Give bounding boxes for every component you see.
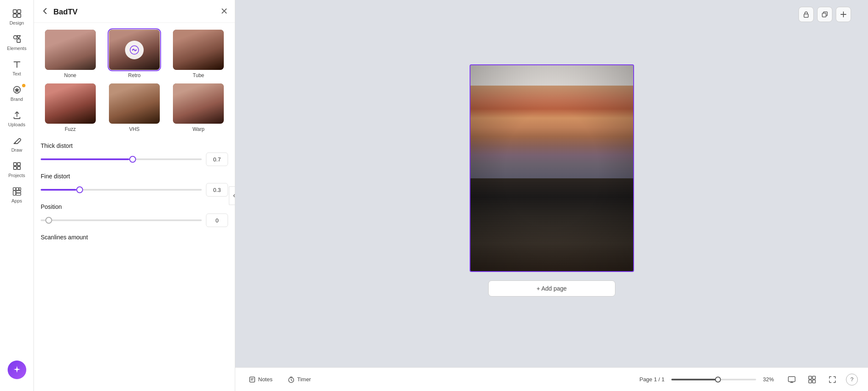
svg-rect-25 <box>809 376 812 379</box>
page-info: Page 1 / 1 <box>640 376 665 383</box>
filter-retro-thumb <box>109 30 160 70</box>
filter-tube[interactable]: Tube <box>169 30 228 78</box>
add-button[interactable] <box>836 7 851 22</box>
svg-rect-21 <box>822 13 826 17</box>
zoom-slider-thumb[interactable] <box>715 377 721 383</box>
fine-distort-track[interactable] <box>41 189 202 191</box>
position-row: 0 <box>41 214 228 227</box>
svg-rect-22 <box>250 377 255 382</box>
filter-none[interactable]: None <box>41 30 100 78</box>
sidebar-item-apps-label: Apps <box>11 198 22 203</box>
duplicate-button[interactable] <box>817 7 832 22</box>
svg-point-19 <box>135 49 136 50</box>
position-thumb[interactable] <box>45 217 52 224</box>
lock-button[interactable] <box>798 7 814 22</box>
canvas-frame[interactable] <box>470 64 634 272</box>
hide-panel-button[interactable] <box>229 186 235 205</box>
fine-distort-group: Fine distort 0.3 <box>41 173 228 197</box>
brand-badge <box>21 83 26 88</box>
sidebar-item-draw[interactable]: Draw <box>3 132 31 156</box>
add-page-area: + Add page <box>488 272 615 303</box>
elements-icon <box>12 34 22 44</box>
sidebar-item-projects-label: Projects <box>8 173 25 178</box>
effects-panel: BadTV None <box>34 0 235 391</box>
text-icon <box>12 59 22 69</box>
close-button[interactable] <box>220 7 228 17</box>
sidebar-item-projects[interactable]: Projects <box>3 158 31 181</box>
filter-fuzz-thumb <box>45 83 96 124</box>
svg-rect-16 <box>16 193 21 195</box>
add-page-button[interactable]: + Add page <box>488 280 615 297</box>
canvas-toolbar <box>798 7 851 22</box>
fullscreen-button[interactable] <box>826 373 839 386</box>
svg-rect-7 <box>14 163 17 166</box>
sidebar-item-brand[interactable]: Brand <box>3 81 31 105</box>
thick-distort-fill <box>41 158 129 160</box>
position-track[interactable] <box>41 219 202 221</box>
thick-distort-thumb[interactable] <box>129 156 136 163</box>
svg-rect-3 <box>17 14 21 17</box>
svg-rect-27 <box>809 380 812 383</box>
panel-header: BadTV <box>34 0 235 23</box>
svg-rect-5 <box>17 39 20 42</box>
zoom-level: 32% <box>763 376 778 383</box>
position-input[interactable]: 0 <box>206 214 228 227</box>
sidebar-item-elements-label: Elements <box>7 46 27 51</box>
svg-rect-0 <box>13 10 17 13</box>
svg-rect-11 <box>13 188 16 190</box>
sidebar-item-brand-label: Brand <box>11 97 23 102</box>
fine-distort-thumb[interactable] <box>76 186 83 193</box>
filter-warp[interactable]: Warp <box>169 83 228 132</box>
sidebar-bottom <box>8 360 26 386</box>
help-button[interactable]: ? <box>846 374 858 385</box>
magic-button[interactable] <box>8 360 26 379</box>
scanlines-label: Scanlines amount <box>41 234 228 241</box>
sliders-section: Thick distort 0.7 Fine distort 0.3 <box>34 139 235 391</box>
filter-vhs[interactable]: VHS <box>105 83 164 132</box>
fine-distort-input[interactable]: 0.3 <box>206 183 228 197</box>
sidebar-item-text-label: Text <box>12 71 21 76</box>
thick-distort-track[interactable] <box>41 158 202 160</box>
fine-distort-label: Fine distort <box>41 173 228 180</box>
bottom-bar: Notes Timer Page 1 / 1 32% <box>235 367 868 391</box>
sidebar-item-draw-label: Draw <box>11 147 22 153</box>
filter-retro[interactable]: Retro <box>105 30 164 78</box>
filter-fuzz[interactable]: Fuzz <box>41 83 100 132</box>
grid-view-button[interactable] <box>805 373 819 386</box>
sidebar-item-apps[interactable]: Apps <box>3 183 31 207</box>
filter-tube-thumb <box>173 30 224 70</box>
projects-icon <box>12 161 22 171</box>
position-fill <box>41 219 45 221</box>
sidebar-item-uploads[interactable]: Uploads <box>3 107 31 130</box>
fine-distort-fill <box>41 189 76 191</box>
svg-point-18 <box>132 49 133 50</box>
svg-rect-9 <box>14 166 17 169</box>
timer-button[interactable]: Timer <box>284 374 314 385</box>
thick-distort-input[interactable]: 0.7 <box>206 153 228 166</box>
position-group: Position 0 <box>41 203 228 227</box>
filter-none-thumb <box>45 30 96 70</box>
sidebar-item-design[interactable]: Design <box>3 5 31 29</box>
notes-button[interactable]: Notes <box>245 374 276 385</box>
scanlines-group: Scanlines amount <box>41 234 228 241</box>
filter-fuzz-label: Fuzz <box>65 126 76 132</box>
sidebar-item-elements[interactable]: Elements <box>3 31 31 54</box>
filter-vhs-label: VHS <box>129 126 140 132</box>
uploads-icon <box>12 110 22 120</box>
svg-rect-24 <box>788 377 795 382</box>
desktop-view-button[interactable] <box>785 373 798 386</box>
filter-warp-label: Warp <box>192 126 204 132</box>
filter-warp-thumb <box>173 83 224 124</box>
sidebar-item-text[interactable]: Text <box>3 56 31 80</box>
bottom-right: Page 1 / 1 32% <box>640 373 858 386</box>
svg-rect-20 <box>804 14 808 17</box>
panel-title: BadTV <box>53 8 216 17</box>
svg-point-4 <box>14 36 17 39</box>
apps-icon <box>12 186 22 197</box>
bottom-left: Notes Timer <box>245 374 314 385</box>
svg-rect-8 <box>17 163 20 166</box>
back-button[interactable] <box>41 7 49 17</box>
zoom-slider[interactable] <box>671 379 756 380</box>
filter-grid: None Retro Tube <box>34 23 235 139</box>
notes-label: Notes <box>258 376 273 383</box>
